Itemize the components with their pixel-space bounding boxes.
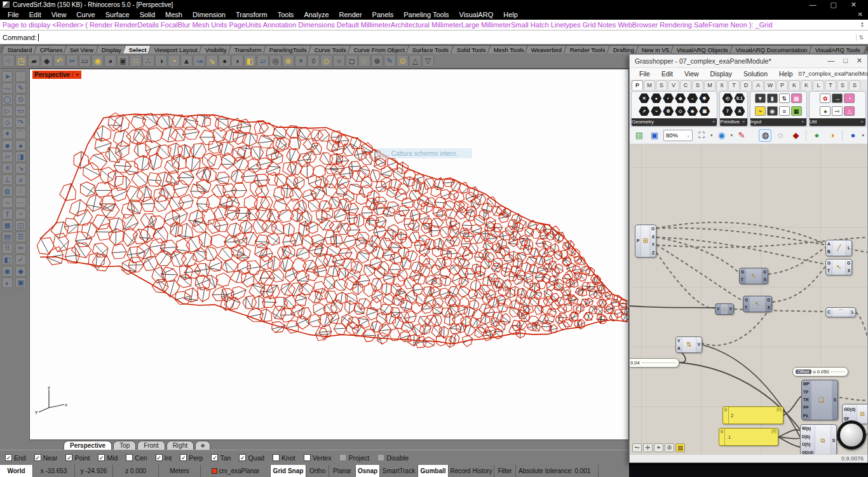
- sidebar-tool-icon-15[interactable]: ▱: [2, 151, 13, 162]
- geometry-component-icon[interactable]: ⌁: [651, 106, 661, 116]
- gh-menu-view[interactable]: View: [679, 70, 705, 78]
- output-port-v[interactable]: V: [698, 342, 700, 347]
- gh-tab-13-p[interactable]: P: [776, 80, 788, 90]
- data-panel[interactable]: 0(0).1: [719, 428, 778, 446]
- input-port-t[interactable]: T: [745, 305, 748, 310]
- menu-paneling-tools[interactable]: Paneling Tools: [398, 11, 454, 18]
- geometry-component-icon[interactable]: ✱: [699, 93, 710, 103]
- sidebar-tool-icon-24[interactable]: ⋯: [15, 197, 26, 208]
- gem-preview-icon[interactable]: ◆: [789, 129, 802, 142]
- sidebar-tool-icon-38[interactable]: ▣: [15, 277, 26, 288]
- output-port-v[interactable]: V: [729, 307, 732, 311]
- util-component-icon[interactable]: △: [844, 106, 855, 116]
- toolbar-tab-surface-tools[interactable]: Surface Tools: [406, 45, 456, 53]
- menu-curve[interactable]: Curve: [71, 11, 100, 18]
- input-port-t[interactable]: T: [741, 277, 744, 282]
- toolbar-tab-solid-tools[interactable]: Solid Tools: [451, 45, 492, 53]
- canvas-widget-icon-5[interactable]: ▨: [675, 443, 685, 452]
- output-port-s[interactable]: S: [832, 438, 835, 443]
- osnap-knot[interactable]: ✓Knot: [273, 454, 295, 462]
- geometry-component-icon[interactable]: ●: [651, 93, 661, 103]
- input-port-tp[interactable]: TP: [803, 390, 810, 394]
- gh-tab-8-x[interactable]: X: [716, 80, 728, 90]
- geometry-component-icon[interactable]: ◇: [675, 106, 686, 116]
- command-spinner-icon[interactable]: ⇅: [856, 34, 865, 41]
- osnap-perp-checkbox[interactable]: ✓: [180, 454, 187, 461]
- status-ortho[interactable]: Ortho: [306, 465, 329, 477]
- status-absolute-tolerance-0-001[interactable]: Absolute tolerance: 0.001: [516, 465, 599, 477]
- gh-tab-14-k[interactable]: K: [789, 80, 800, 90]
- perspective-viewport[interactable]: Perspective ▼ Cattura schermo intero. z …: [29, 69, 629, 440]
- input-port-t[interactable]: T: [827, 268, 831, 273]
- toolbar-tab-visualarq-documentation[interactable]: VisualARQ Documentation: [729, 45, 814, 53]
- toolbar-icon-31[interactable]: ✎: [384, 55, 396, 67]
- wireframe-preview-icon[interactable]: ◍: [759, 129, 771, 142]
- viewport-tab-perspective[interactable]: Perspective: [64, 441, 112, 450]
- toolbar-tab-visualarq-tools[interactable]: VisualARQ Tools: [809, 45, 867, 53]
- toolbar-tab-curve-from-object[interactable]: Curve From Object: [348, 45, 411, 53]
- menu-tools[interactable]: Tools: [273, 11, 299, 18]
- sidebar-tool-icon-2[interactable]: ∙: [15, 71, 26, 82]
- toolbar-icon-15[interactable]: ▲: [180, 55, 193, 67]
- command-line[interactable]: Command: ⇅: [0, 31, 868, 45]
- input-port-a[interactable]: A: [827, 242, 831, 246]
- toolbar-tab-new-in-v5[interactable]: New in V5: [635, 45, 676, 53]
- sidebar-tool-icon-9[interactable]: ◇: [2, 117, 13, 128]
- output-port-g[interactable]: G: [847, 261, 850, 265]
- canvas-widget-icon-4[interactable]: ✇: [665, 443, 674, 452]
- menu-solid[interactable]: Solid: [135, 11, 160, 18]
- toolbar-tab-render-tools[interactable]: Render Tools: [564, 45, 612, 53]
- sidebar-tool-icon-8[interactable]: ▭: [15, 106, 26, 116]
- sidebar-tool-icon-19[interactable]: ⊥: [2, 174, 13, 185]
- toolbar-icon-4[interactable]: ◆: [41, 55, 53, 67]
- toolbar-icon-26[interactable]: ◇: [320, 55, 332, 67]
- preview-eye-icon[interactable]: ◉: [715, 129, 728, 142]
- geometry-component-icon[interactable]: ▣: [699, 106, 710, 116]
- status-world[interactable]: World: [0, 465, 33, 477]
- toolbar-icon-1[interactable]: ⁘: [3, 55, 15, 67]
- osnap-project[interactable]: ✓Project: [339, 454, 369, 462]
- sidebar-tool-icon-32[interactable]: ✂: [15, 243, 26, 254]
- sidebar-tool-icon-27[interactable]: ▦: [2, 220, 13, 231]
- geometry-component-icon[interactable]: ◐: [663, 93, 674, 103]
- menu-dimension[interactable]: Dimension: [187, 11, 231, 18]
- input-component-icon[interactable]: ≡: [779, 106, 790, 116]
- number-slider[interactable]: 0.04: [630, 358, 679, 368]
- zoom-extents-icon[interactable]: ⛶: [695, 129, 708, 142]
- geometry-component-icon[interactable]: ✕: [639, 93, 649, 103]
- sidebar-tool-icon-11[interactable]: ✦: [2, 128, 13, 139]
- sidebar-tool-icon-37[interactable]: ◐: [2, 277, 13, 288]
- input-port-mp[interactable]: MP: [803, 382, 810, 386]
- util-component-icon[interactable]: ◔: [844, 93, 855, 103]
- shaded-preview-icon[interactable]: ◌: [774, 129, 787, 142]
- output-port-x[interactable]: X: [651, 235, 654, 239]
- util-component-icon[interactable]: →: [832, 93, 843, 103]
- gh-menu-solution[interactable]: Solution: [738, 70, 773, 78]
- viewport-tab-right[interactable]: Right: [166, 441, 194, 450]
- arc-length-component[interactable]: C⌒L: [825, 307, 856, 317]
- amplitude-component[interactable]: VA⇅V: [675, 336, 702, 353]
- output-port-y[interactable]: Y: [651, 242, 654, 247]
- slider-track[interactable]: [831, 371, 845, 372]
- input-port-gd-d[interactable]: GD(d): [802, 450, 813, 454]
- sidebar-tool-icon-16[interactable]: ◨: [15, 151, 26, 162]
- gh-tab-1-p[interactable]: P: [632, 80, 643, 90]
- viewport-title-chip[interactable]: Perspective ▼: [32, 71, 81, 79]
- toolbar-icon-18[interactable]: ●: [219, 55, 231, 67]
- osnap-int[interactable]: ✓Int: [156, 454, 172, 462]
- osnap-project-checkbox[interactable]: ✓: [339, 454, 346, 461]
- input-component-icon[interactable]: ▮: [767, 93, 778, 103]
- palette-expand-icon[interactable]: +: [712, 119, 717, 125]
- toolbar-tab-panelingtools[interactable]: PanelingTools: [263, 45, 313, 53]
- sidebar-tool-icon-29[interactable]: ▤: [2, 232, 13, 242]
- toolbar-icon-5[interactable]: ↶: [53, 55, 65, 67]
- toolbar-tab-mesh-tools[interactable]: Mesh Tools: [487, 45, 530, 53]
- toolbar-tab-standard[interactable]: Standard: [1, 45, 39, 53]
- toolbar-icon-9[interactable]: ◕: [104, 55, 116, 67]
- sidebar-tool-icon-4[interactable]: ✎: [15, 83, 26, 93]
- gh-menu-help[interactable]: Help: [773, 70, 799, 78]
- sidebar-tool-icon-26[interactable]: ∘: [15, 209, 26, 219]
- menu-surface[interactable]: Surface: [100, 11, 135, 18]
- osnap-quad-checkbox[interactable]: ✓: [239, 454, 246, 461]
- toolbar-icon-12[interactable]: ∴: [142, 55, 154, 67]
